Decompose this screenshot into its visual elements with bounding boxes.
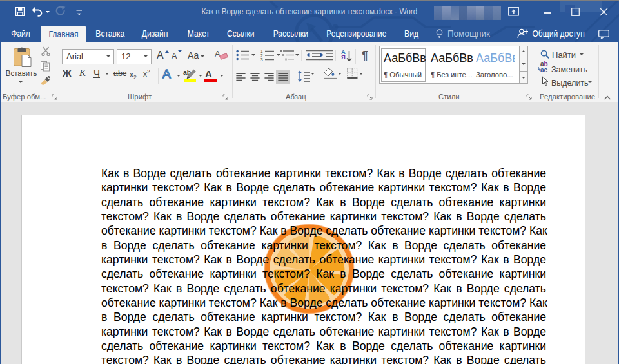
svg-text:1: 1 (260, 49, 263, 53)
svg-text:3: 3 (260, 57, 263, 61)
